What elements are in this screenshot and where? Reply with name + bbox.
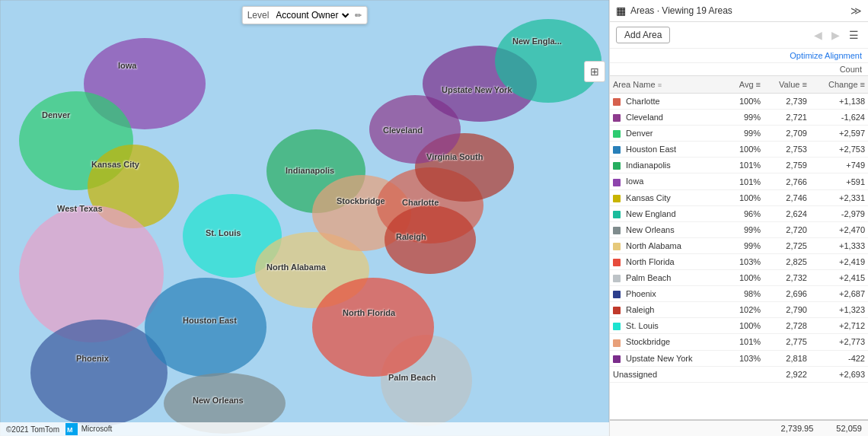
area-value-cell: 2,818 [764, 350, 810, 366]
area-change-cell: +1,323 [810, 302, 868, 318]
area-change-cell: +1,333 [810, 237, 868, 253]
add-area-button[interactable]: Add Area [616, 27, 670, 43]
col-header-area-name[interactable]: Area Name ≡ [610, 76, 726, 94]
areas-icon: ▦ [616, 5, 626, 17]
table-row[interactable]: North Alabama 99% 2,725 +1,333 [610, 237, 868, 253]
table-row[interactable]: Raleigh 102% 2,790 +1,323 [610, 302, 868, 318]
area-name-cell: Cleveland [610, 110, 726, 126]
table-row[interactable]: Phoenix 98% 2,696 +2,687 [610, 286, 868, 302]
area-avg-cell: 101% [726, 334, 764, 350]
svg-point-15 [385, 205, 476, 274]
table-row[interactable]: New Orleans 99% 2,720 +2,470 [610, 221, 868, 237]
area-color-dot [613, 114, 621, 122]
table-row[interactable]: St. Louis 100% 2,728 +2,712 [610, 318, 868, 334]
count-label: Count [840, 65, 862, 74]
area-value-cell: 2,766 [764, 173, 810, 189]
area-change-cell: +2,415 [810, 270, 868, 286]
add-area-row: Add Area ◀ ▶ ☰ [610, 22, 868, 49]
level-dropdown[interactable]: Account Owner [273, 9, 351, 21]
area-change-cell: +2,470 [810, 221, 868, 237]
area-value-cell: 2,709 [764, 126, 810, 142]
area-color-dot [613, 307, 621, 314]
area-name-text: Charlotte [626, 97, 660, 106]
table-row[interactable]: Indianapolis 101% 2,759 +749 [610, 158, 868, 173]
area-color-dot [613, 227, 621, 234]
area-name-text: Raleigh [626, 305, 654, 314]
table-footer: 2,739.95 52,059 [610, 419, 868, 436]
area-name-text: New England [626, 209, 675, 218]
table-row[interactable]: Iowa 101% 2,766 +591 [610, 173, 868, 189]
area-name-cell: New Orleans [610, 221, 726, 237]
map-container: Iowa Denver Kansas City West Texas Phoen… [0, 0, 609, 436]
col-header-avg[interactable]: Avg ≡ [726, 76, 764, 94]
areas-panel: ▦ Areas · Viewing 19 Areas ≫ Add Area ◀ … [609, 0, 868, 436]
area-change-cell: +2,419 [810, 253, 868, 269]
table-row[interactable]: Stockbridge 101% 2,775 +2,773 [610, 334, 868, 350]
optimize-alignment-link[interactable]: Optimize Alignment [610, 49, 868, 63]
area-value-cell: 2,728 [764, 318, 810, 334]
area-name-text: Kansas City [626, 193, 671, 202]
area-name-text: Phoenix [626, 289, 656, 298]
areas-table-wrap[interactable]: Area Name ≡ Avg ≡ Value ≡ Change ≡ [610, 76, 868, 419]
area-change-cell: +2,597 [810, 126, 868, 142]
area-avg-cell: 100% [726, 94, 764, 110]
back-button[interactable]: ◀ [811, 27, 825, 43]
bottom-bar: ©2021 TomTom M Microsoft [0, 422, 609, 436]
locate-button[interactable]: ⊞ [584, 61, 605, 82]
area-name-text: St. Louis [626, 321, 659, 330]
area-name-cell: Phoenix [610, 286, 726, 302]
table-row[interactable]: Houston East 100% 2,753 +2,753 [610, 142, 868, 158]
expand-icon[interactable]: ≫ [850, 5, 862, 17]
area-color-dot [613, 130, 621, 138]
area-value-cell: 2,922 [764, 366, 810, 382]
table-row[interactable]: Denver 99% 2,709 +2,597 [610, 126, 868, 142]
table-row[interactable]: Palm Beach 100% 2,732 +2,415 [610, 270, 868, 286]
table-row[interactable]: Charlotte 100% 2,739 +1,138 [610, 94, 868, 110]
area-name-cell: Raleigh [610, 302, 726, 318]
col-header-change[interactable]: Change ≡ [810, 76, 868, 94]
area-color-dot [613, 195, 621, 202]
area-avg-cell [726, 366, 764, 382]
area-value-cell: 2,790 [764, 302, 810, 318]
area-color-dot [613, 243, 621, 250]
col-header-value[interactable]: Value ≡ [764, 76, 810, 94]
area-value-cell: 2,746 [764, 189, 810, 205]
area-change-cell: +749 [810, 158, 868, 173]
count-header-group: Count [610, 63, 868, 76]
area-avg-cell: 102% [726, 302, 764, 318]
area-name-text: Unassigned [613, 370, 657, 379]
menu-button[interactable]: ☰ [846, 27, 862, 43]
table-row[interactable]: Upstate New York 103% 2,818 -422 [610, 350, 868, 366]
area-change-cell: +2,753 [810, 142, 868, 158]
area-avg-cell: 96% [726, 205, 764, 221]
level-select[interactable]: Account Owner [273, 9, 351, 21]
table-row[interactable]: New England 96% 2,624 -2,979 [610, 205, 868, 221]
areas-tbody: Charlotte 100% 2,739 +1,138 Cleveland 99… [610, 94, 868, 383]
area-name-text: Upstate New York [626, 354, 692, 363]
forward-button[interactable]: ▶ [828, 27, 843, 43]
area-name-cell: Indianapolis [610, 158, 726, 173]
area-name-cell: Kansas City [610, 189, 726, 205]
area-color-dot [613, 323, 621, 330]
area-name-text: Denver [626, 129, 653, 138]
area-value-cell: 2,732 [764, 270, 810, 286]
area-avg-cell: 98% [726, 286, 764, 302]
footer-change: 52,059 [836, 424, 862, 433]
area-value-cell: 2,759 [764, 158, 810, 173]
area-name-cell: Unassigned [610, 366, 726, 382]
area-name-cell: Charlotte [610, 94, 726, 110]
table-row[interactable]: Kansas City 100% 2,746 +2,331 [610, 189, 868, 205]
area-color-dot [613, 162, 621, 170]
area-change-cell: +2,693 [810, 366, 868, 382]
panel-header: ▦ Areas · Viewing 19 Areas ≫ [610, 0, 868, 22]
area-avg-cell: 103% [726, 350, 764, 366]
area-name-cell: North Alabama [610, 237, 726, 253]
area-value-cell: 2,739 [764, 94, 810, 110]
table-row[interactable]: Unassigned 2,922 +2,693 [610, 366, 868, 382]
area-color-dot [613, 98, 621, 106]
table-row[interactable]: Cleveland 99% 2,721 -1,624 [610, 110, 868, 126]
table-row[interactable]: North Florida 103% 2,825 +2,419 [610, 253, 868, 269]
copyright: ©2021 TomTom [6, 425, 59, 434]
edit-icon[interactable]: ✏ [355, 11, 362, 21]
area-change-cell: +591 [810, 173, 868, 189]
